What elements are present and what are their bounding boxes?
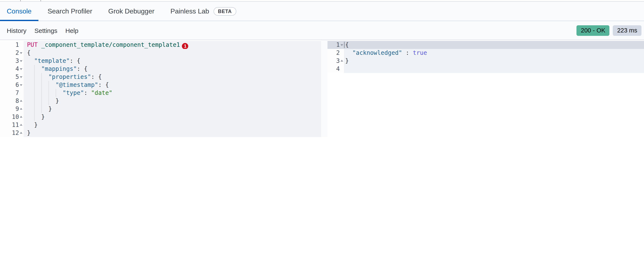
fold-close-icon[interactable] [20, 124, 22, 126]
menu-history[interactable]: History [7, 27, 26, 34]
tab-grok-debugger[interactable]: Grok Debugger [102, 2, 161, 21]
code-content[interactable]: "properties": { [24, 73, 321, 81]
token-url: _component_template/component_template1 [41, 41, 180, 48]
code-content[interactable]: } [24, 105, 321, 113]
token-method: PUT [27, 41, 38, 48]
code-content[interactable]: { [344, 41, 644, 49]
code-content[interactable]: } [344, 57, 644, 65]
token-punct: } [34, 121, 38, 128]
code-content[interactable]: } [24, 113, 321, 121]
request-editor[interactable]: 1PUT _component_template/component_templ… [0, 40, 321, 137]
tab-painless-lab[interactable]: Painless LabBETA [164, 2, 243, 21]
line-number: 4 [0, 65, 19, 73]
token-punct: } [48, 105, 52, 112]
code-line[interactable]: 8 } [0, 97, 321, 105]
gutter-cell: 11 [0, 121, 24, 129]
code-content[interactable]: "@timestamp": { [24, 81, 321, 89]
response-viewer[interactable]: 1{2 "acknowledged" : true3}4 [328, 40, 644, 137]
gutter-cell: 7 [0, 89, 24, 97]
line-number: 9 [0, 105, 19, 113]
code-text: { [345, 41, 349, 48]
gutter-cell: 4 [328, 65, 344, 73]
line-number: 10 [0, 113, 19, 121]
code-line[interactable]: 4 "mappings": { [0, 65, 321, 73]
line-number: 3 [0, 57, 19, 65]
fold-open-icon[interactable] [340, 44, 343, 46]
code-text: } [27, 113, 45, 120]
fold-open-icon[interactable] [20, 76, 22, 78]
indent-guide [34, 113, 35, 121]
indent-guide [34, 73, 35, 81]
line-number: 3 [328, 57, 340, 65]
code-content[interactable] [344, 65, 644, 73]
gutter-cell: 3 [328, 57, 344, 65]
token-key: "properties" [48, 73, 91, 80]
code-line[interactable]: 2 "acknowledged" : true [328, 49, 644, 57]
line-number: 12 [0, 129, 19, 137]
code-line[interactable]: 10 } [0, 113, 321, 121]
fold-close-icon[interactable] [20, 108, 22, 110]
line-number: 8 [0, 97, 19, 105]
code-line[interactable]: 7 "type": "date" [0, 89, 321, 97]
token-punct: } [27, 129, 30, 136]
code-line[interactable]: 4 [328, 65, 644, 73]
fold-close-icon[interactable] [340, 60, 343, 61]
console-app: ConsoleSearch ProfilerGrok DebuggerPainl… [0, 0, 644, 137]
code-text: "type": "date" [27, 89, 112, 96]
code-line[interactable]: 1PUT _component_template/component_templ… [0, 41, 321, 49]
code-content[interactable]: { [24, 49, 321, 57]
tab-console[interactable]: Console [0, 2, 38, 21]
code-content[interactable]: "template": { [24, 57, 321, 65]
inactive-cursor [344, 42, 345, 48]
code-content[interactable]: } [24, 121, 321, 129]
menu-help[interactable]: Help [66, 27, 78, 34]
code-line[interactable]: 9 } [0, 105, 321, 113]
token-punct: } [41, 113, 45, 120]
token-key: "acknowledged" [352, 49, 402, 56]
code-line[interactable]: 3 "template": { [0, 57, 321, 65]
fold-open-icon[interactable] [20, 52, 22, 54]
indent-guide [48, 89, 49, 97]
code-content[interactable]: "mappings": { [24, 65, 321, 73]
console-editors: 1PUT _component_template/component_templ… [0, 40, 644, 137]
token-punct [38, 41, 41, 48]
indent-guide [41, 89, 42, 97]
token-punct: : [402, 49, 413, 56]
status-code-badge: 200 - OK [577, 25, 610, 36]
code-line[interactable]: 5 "properties": { [0, 73, 321, 81]
code-line[interactable]: 1{ [328, 41, 644, 49]
line-number: 7 [0, 89, 19, 97]
fold-close-icon[interactable] [20, 100, 22, 102]
gutter-cell: 4 [0, 65, 24, 73]
indent-guide [48, 81, 49, 89]
token-punct: } [345, 57, 349, 64]
gutter-cell: 1 [0, 41, 24, 49]
gutter-cell: 3 [0, 57, 24, 65]
code-content[interactable]: "type": "date" [24, 89, 321, 97]
indent-guide [41, 105, 42, 113]
token-str: "date" [91, 89, 112, 96]
token-key: "type" [63, 89, 84, 96]
fold-open-icon[interactable] [20, 84, 22, 86]
code-line[interactable]: 2{ [0, 49, 321, 57]
token-punct: : { [98, 81, 109, 88]
indent-guide [34, 89, 35, 97]
code-content[interactable]: PUT _component_template/component_templa… [24, 41, 321, 49]
tab-search-profiler[interactable]: Search Profiler [41, 2, 99, 21]
code-content[interactable]: } [24, 97, 321, 105]
indent-guide [34, 105, 35, 113]
code-content[interactable]: } [24, 129, 321, 137]
panel-resizer[interactable] [321, 40, 328, 137]
code-line[interactable]: 12} [0, 129, 321, 137]
fold-open-icon[interactable] [20, 68, 22, 70]
code-line[interactable]: 11 } [0, 121, 321, 129]
token-bool: true [413, 49, 427, 56]
code-line[interactable]: 6 "@timestamp": { [0, 81, 321, 89]
fold-close-icon[interactable] [20, 116, 22, 118]
code-content[interactable]: "acknowledged" : true [344, 49, 644, 57]
fold-close-icon[interactable] [20, 132, 22, 134]
menu-settings[interactable]: Settings [34, 27, 57, 34]
code-line[interactable]: 3} [328, 57, 644, 65]
fold-open-icon[interactable] [20, 60, 22, 62]
gutter-cell: 9 [0, 105, 24, 113]
